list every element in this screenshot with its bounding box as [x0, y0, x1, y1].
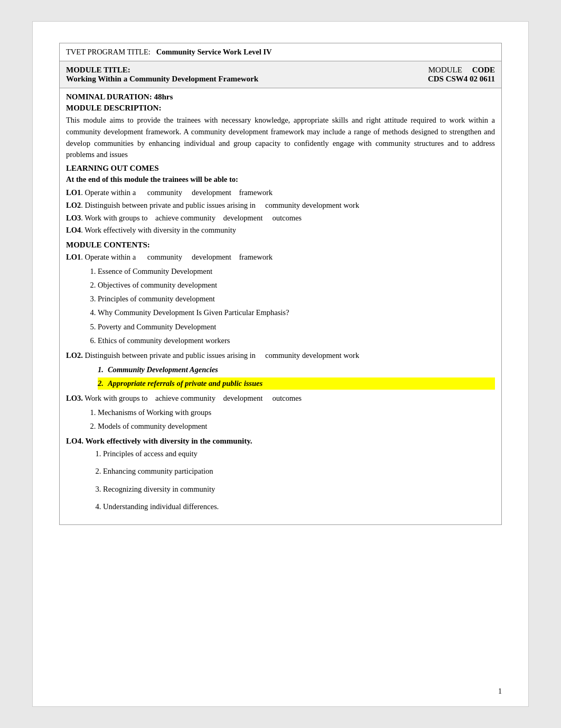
lo2-label: LO2: [66, 201, 81, 209]
module-subtitle: Working Within a Community Development F…: [66, 75, 400, 84]
contents-lo3-text: Work with groups to achieve community de…: [83, 394, 302, 402]
contents-lo1-label: LO1: [66, 253, 81, 261]
lo4-contents-list: Principles of access and equity Enhancin…: [66, 448, 495, 513]
contents-lo1-text: . Operate within a community development…: [81, 253, 273, 261]
lo3-item: LO3. Work with groups to achieve communi…: [66, 213, 495, 224]
list-item: Understanding individual differences.: [103, 501, 495, 513]
tvet-label: TVET PROGRAM TITLE:: [66, 48, 151, 56]
tvet-row: TVET PROGRAM TITLE: Community Service Wo…: [59, 43, 502, 61]
lo4-text: . Work effectively with diversity in the…: [81, 226, 236, 234]
contents-lo2-label: LO2.: [66, 351, 83, 360]
module-header: MODULE TITLE: Working Within a Community…: [59, 61, 502, 88]
main-section: NOMINAL DURATION: 48hrs MODULE DESCRIPTI…: [59, 88, 502, 525]
contents-lo2-text: Distinguish between private and public i…: [83, 351, 359, 360]
module-contents-heading: MODULE CONTENTS:: [66, 241, 495, 250]
page-number: 1: [498, 687, 502, 696]
list-item: Essence of Community Development: [98, 265, 495, 278]
lo1-text-pre: . Operate within a community development…: [81, 188, 273, 197]
list-item-highlighted: 2.Appropriate referrals of private and p…: [98, 377, 495, 390]
learning-outcomes-heading: LEARNING OUT COMES: [66, 164, 495, 173]
lo1-item: LO1. Operate within a community developm…: [66, 187, 495, 199]
nominal-duration: NOMINAL DURATION: 48hrs: [66, 93, 495, 102]
module-title-label: MODULE TITLE:: [66, 66, 400, 75]
module-title-block: MODULE TITLE: Working Within a Community…: [66, 66, 400, 84]
list-item: Enhancing community participation: [103, 465, 495, 477]
page: TVET PROGRAM TITLE: Community Service Wo…: [32, 21, 529, 707]
lo2-contents-list: 1.Community Development Agencies 2.Appro…: [66, 364, 495, 390]
lo3-contents-list: Mechanisms of Working with groups Models…: [66, 407, 495, 432]
list-item: Recognizing diversity in community: [103, 483, 495, 495]
list-item: Models of community development: [98, 420, 495, 432]
list-item: Why Community Development Is Given Parti…: [98, 307, 495, 319]
module-description-text: This module aims to provide the trainees…: [66, 115, 495, 161]
at-end-label: At the end of this module the trainees w…: [66, 175, 495, 184]
list-item: Mechanisms of Working with groups: [98, 407, 495, 419]
contents-lo2-header: LO2. Distinguish between private and pub…: [66, 350, 495, 362]
lo4-item: LO4. Work effectively with diversity in …: [66, 225, 495, 236]
lo1-label: LO1: [66, 188, 81, 197]
module-code-block: MODULE CODE CDS CSW4 02 0611: [400, 66, 495, 84]
contents-lo3-header: LO3. Work with groups to achieve communi…: [66, 393, 495, 404]
lo4-heading: LO4. Work effectively with diversity in …: [66, 437, 495, 446]
lo3-text: . Work with groups to achieve community …: [81, 214, 302, 222]
module-code-label2: CODE: [472, 66, 495, 74]
contents-lo1-header: LO1. Operate within a community developm…: [66, 252, 495, 263]
list-item: Poverty and Community Development: [98, 321, 495, 333]
lo3-label: LO3: [66, 214, 81, 222]
lo2-item: LO2. Distinguish between private and pub…: [66, 200, 495, 211]
lo4-label: LO4: [66, 226, 81, 234]
lo1-contents-list: Essence of Community Development Objecti…: [66, 265, 495, 347]
tvet-title: Community Service Work Level IV: [156, 48, 272, 56]
list-item: Principles of community development: [98, 293, 495, 305]
list-item: Principles of access and equity: [103, 448, 495, 460]
module-description-label: MODULE DESCRIPTION:: [66, 104, 495, 113]
list-item: 1.Community Development Agencies: [98, 364, 495, 376]
contents-lo3-label: LO3.: [66, 394, 83, 402]
list-item: Ethics of community development workers: [98, 335, 495, 347]
list-item: Objectives of community development: [98, 279, 495, 291]
lo2-text: . Distinguish between private and public…: [81, 201, 359, 209]
module-code-value: CDS CSW4 02 0611: [428, 75, 495, 83]
module-code-label: MODULE: [428, 66, 462, 74]
